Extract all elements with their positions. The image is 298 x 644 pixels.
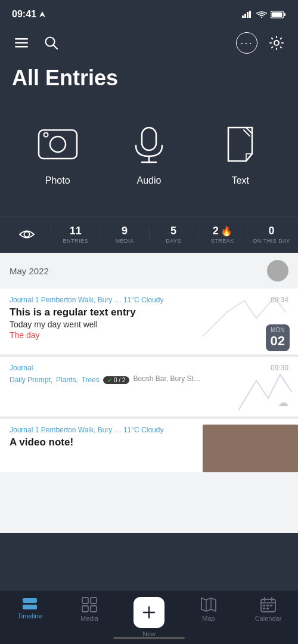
flame-icon: 🔥: [221, 225, 232, 237]
visibility-stat[interactable]: [6, 229, 47, 240]
svg-point-13: [274, 41, 279, 45]
svg-rect-1: [242, 16, 244, 18]
calendar-icon: [260, 597, 276, 612]
location-arrow-icon: [39, 11, 46, 18]
audio-label: Audio: [137, 175, 162, 186]
status-time: 09:41: [12, 9, 46, 20]
entry-card-3[interactable]: Journal 1 Pemberton Walk, Bury … 11°C Cl…: [0, 419, 298, 472]
quick-actions: Photo Audio Text: [0, 103, 298, 216]
entry-graph-2: [191, 369, 298, 416]
home-indicator: [113, 637, 185, 639]
stat-divider-3: [149, 226, 150, 243]
tag-daily-prompt[interactable]: Daily Prompt,: [10, 376, 52, 384]
entry-card-1[interactable]: Journal 1 Pemberton Walk, Bury … 11°C Cl…: [0, 289, 298, 354]
video-thumbnail-3: [203, 425, 298, 472]
svg-line-12: [54, 45, 58, 49]
task-badge: ✓ 0 / 2: [103, 376, 129, 384]
scroll-indicator[interactable]: [267, 260, 288, 281]
entry-location-3: 1 Pemberton Walk, Bury … 11°C Cloudy: [35, 426, 164, 434]
media-icon: [82, 597, 97, 612]
new-button[interactable]: [134, 597, 164, 628]
svg-rect-17: [142, 128, 156, 150]
photo-icon: [36, 123, 79, 166]
journal-link-3[interactable]: Journal: [10, 426, 33, 434]
svg-rect-4: [249, 11, 251, 18]
stat-divider-4: [198, 226, 198, 243]
svg-point-15: [50, 137, 66, 152]
signal-icon: [242, 11, 253, 18]
tab-calendar[interactable]: Calendar: [238, 597, 298, 622]
month-label: May 2022: [10, 266, 49, 276]
svg-rect-8: [15, 38, 28, 40]
svg-rect-38: [270, 605, 272, 606]
svg-rect-6: [284, 13, 286, 16]
tab-map[interactable]: Map: [179, 597, 238, 622]
timeline-icon: [21, 597, 38, 610]
hamburger-menu-button[interactable]: [12, 33, 31, 52]
svg-rect-21: [23, 598, 37, 603]
audio-icon-wrap: [125, 120, 173, 168]
svg-rect-3: [247, 12, 249, 18]
timeline-svg-icon: [21, 597, 38, 610]
text-action[interactable]: Text: [216, 120, 264, 186]
entry-time-2: 09:30: [271, 364, 288, 372]
search-button[interactable]: [42, 33, 61, 52]
stat-divider-2: [100, 226, 100, 243]
audio-action[interactable]: Audio: [125, 120, 173, 186]
status-icons: [242, 11, 286, 18]
entry-location-1: 1 Pemberton Walk, Bury … 11°C Cloudy: [35, 296, 164, 304]
map-svg-icon: [201, 597, 216, 612]
journal-link-2[interactable]: Journal: [10, 364, 33, 372]
text-icon: [219, 123, 262, 166]
nav-left: [12, 33, 61, 52]
photo-label: Photo: [45, 175, 70, 186]
media-svg-icon: [82, 597, 97, 612]
tag-plants[interactable]: Plants,: [56, 376, 78, 384]
tab-label-media: Media: [80, 615, 98, 622]
text-icon-wrap: [216, 120, 264, 168]
svg-rect-24: [91, 597, 97, 603]
status-bar: 09:41: [0, 0, 298, 26]
top-nav: ···: [0, 26, 298, 60]
hamburger-icon: [15, 38, 28, 48]
svg-marker-29: [201, 598, 216, 611]
svg-rect-26: [91, 606, 97, 612]
settings-icon: [269, 35, 284, 51]
calendar-svg-icon: [260, 597, 276, 612]
eye-icon: [18, 229, 35, 240]
svg-marker-0: [39, 11, 45, 17]
day-badge: MON 02: [266, 324, 290, 351]
media-stat: 9 MEDIA: [104, 225, 145, 244]
svg-rect-39: [263, 608, 265, 609]
tab-media[interactable]: Media: [60, 597, 119, 622]
wifi-icon: [256, 11, 267, 18]
map-icon: [201, 597, 216, 612]
stats-bar: 11 ENTRIES 9 MEDIA 5 DAYS 2 🔥 STREAK 0 O…: [0, 216, 298, 253]
tab-label-timeline: Timeline: [17, 612, 42, 620]
text-label: Text: [232, 175, 249, 186]
tab-label-map: Map: [202, 615, 215, 622]
stat-divider-1: [51, 226, 51, 243]
cloud-icon-2: ☁: [278, 396, 288, 409]
tab-timeline[interactable]: Timeline: [0, 597, 60, 620]
svg-rect-7: [272, 12, 283, 17]
svg-rect-25: [82, 606, 88, 612]
battery-icon: [271, 11, 286, 18]
entry-time-1: 09:34: [271, 296, 288, 304]
photo-action[interactable]: Photo: [34, 120, 82, 186]
days-stat: 5 DAYS: [153, 225, 194, 244]
journal-link-1[interactable]: Journal: [10, 296, 33, 304]
on-this-day-stat: 0 ON THIS DAY: [251, 225, 292, 244]
svg-rect-36: [263, 605, 265, 606]
entry-card-2[interactable]: Journal 09:30 Daily Prompt, Plants, Tree…: [0, 357, 298, 416]
tag-trees[interactable]: Trees: [82, 376, 100, 384]
more-options-button[interactable]: ···: [236, 32, 257, 54]
svg-rect-23: [82, 597, 88, 603]
settings-button[interactable]: [267, 33, 286, 52]
month-header: May 2022: [0, 253, 298, 289]
svg-rect-10: [15, 46, 28, 48]
svg-point-20: [24, 232, 29, 237]
audio-icon: [128, 123, 170, 166]
tab-new[interactable]: New: [119, 597, 179, 637]
svg-rect-37: [266, 605, 269, 606]
